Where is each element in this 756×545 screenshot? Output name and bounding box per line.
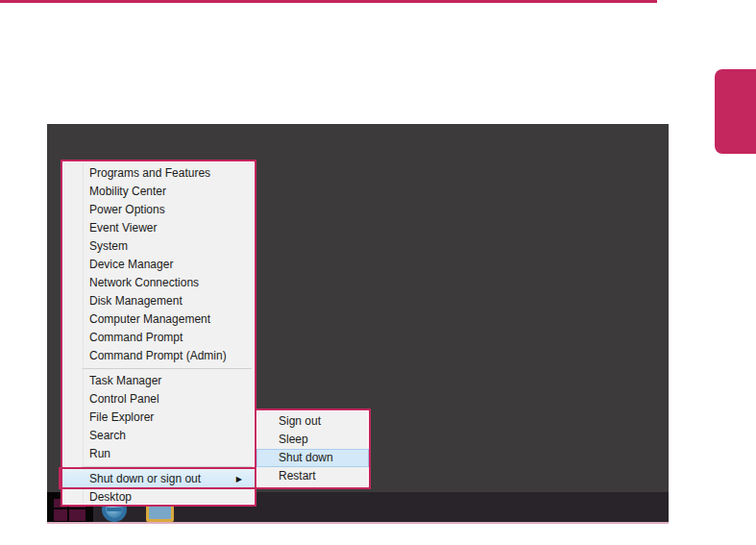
menu-item-file-explorer[interactable]: File Explorer (62, 409, 255, 427)
menu-item-restart[interactable]: Restart (256, 467, 369, 485)
menu-item-label: Disk Management (89, 294, 183, 308)
winx-menu-items: Programs and FeaturesMobility CenterPowe… (62, 164, 255, 507)
menu-item-label: Shut down (279, 451, 333, 464)
menu-item-shut-down[interactable]: Shut down (256, 449, 369, 467)
menu-item-system[interactable]: System (62, 237, 255, 256)
menu-item-label: Run (89, 447, 110, 460)
menu-separator (82, 368, 252, 369)
menu-item-event-viewer[interactable]: Event Viewer (62, 219, 255, 237)
menu-item-label: Sign out (279, 414, 321, 428)
menu-item-label: Event Viewer (89, 221, 157, 235)
menu-item-label: Power Options (89, 203, 165, 216)
menu-item-label: System (89, 239, 128, 253)
menu-item-desktop[interactable]: Desktop (62, 488, 255, 507)
menu-item-label: Control Panel (89, 392, 159, 406)
menu-item-label: Command Prompt (Admin) (89, 349, 227, 362)
menu-item-label: Shut down or sign out (89, 472, 201, 485)
menu-item-programs-and-features[interactable]: Programs and Features (62, 164, 255, 183)
shutdown-submenu-items: Sign outSleepShut downRestart (256, 412, 369, 485)
screenshot-bottom-edge (47, 522, 669, 524)
menu-item-label: Computer Management (89, 312, 210, 326)
menu-item-label: Task Manager (89, 374, 161, 387)
page-top-accent-line (0, 0, 657, 3)
menu-item-disk-management[interactable]: Disk Management (62, 292, 255, 310)
menu-item-command-prompt-admin[interactable]: Command Prompt (Admin) (62, 347, 255, 365)
menu-item-computer-management[interactable]: Computer Management (62, 310, 255, 329)
menu-item-task-manager[interactable]: Task Manager (62, 372, 255, 390)
menu-item-label: Desktop (89, 490, 132, 504)
menu-item-label: Sleep (279, 433, 308, 446)
shutdown-submenu: Sign outSleepShut downRestart (255, 409, 371, 489)
menu-item-label: Search (89, 429, 126, 442)
menu-item-label: Mobility Center (89, 185, 166, 198)
menu-item-label: File Explorer (89, 410, 154, 424)
menu-item-label: Programs and Features (89, 166, 210, 180)
menu-item-search[interactable]: Search (62, 427, 255, 445)
menu-item-run[interactable]: Run (62, 445, 255, 463)
menu-item-sign-out[interactable]: Sign out (256, 412, 369, 431)
page-edge-tab (715, 69, 756, 154)
menu-separator (82, 466, 252, 467)
menu-item-label: Restart (279, 469, 316, 483)
menu-item-label: Network Connections (89, 276, 199, 289)
menu-item-command-prompt[interactable]: Command Prompt (62, 329, 255, 347)
menu-item-mobility-center[interactable]: Mobility Center (62, 183, 255, 201)
menu-item-power-options[interactable]: Power Options (62, 201, 255, 219)
menu-item-device-manager[interactable]: Device Manager (62, 256, 255, 274)
menu-item-sleep[interactable]: Sleep (256, 431, 369, 449)
winx-menu: Programs and FeaturesMobility CenterPowe… (61, 160, 256, 507)
menu-item-label: Command Prompt (89, 331, 183, 344)
menu-item-shut-down-or-sign-out[interactable]: Shut down or sign out▶ (62, 470, 255, 488)
menu-item-label: Device Manager (89, 258, 173, 271)
submenu-arrow-icon: ▶ (236, 470, 242, 488)
menu-item-control-panel[interactable]: Control Panel (62, 390, 255, 409)
menu-item-network-connections[interactable]: Network Connections (62, 274, 255, 292)
